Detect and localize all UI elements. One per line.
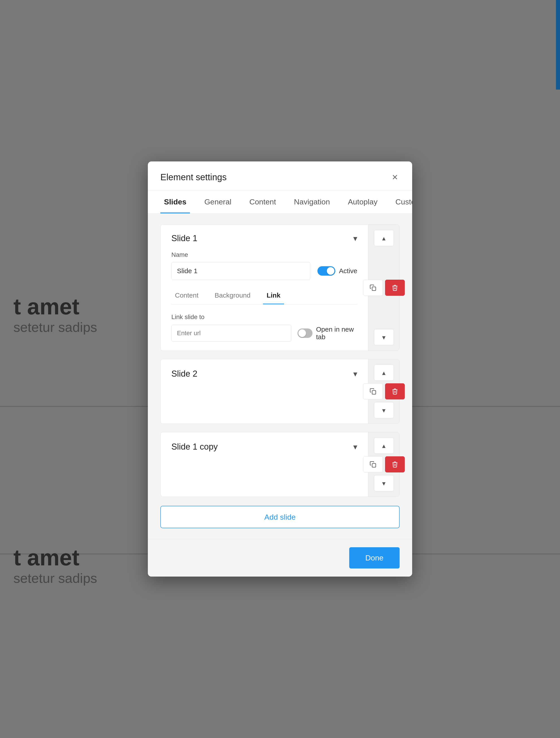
slide-1-active-toggle: Active <box>317 266 357 276</box>
slide-2-main: Slide 2 ▾ <box>161 359 368 424</box>
modal-title: Element settings <box>161 172 227 182</box>
slide-1-copy-side-controls: ▴ <box>368 432 399 497</box>
slide-1-title: Slide 1 <box>171 234 197 243</box>
slide-1-tab-background[interactable]: Background <box>211 288 254 304</box>
slide-2-delete-button[interactable] <box>385 383 405 399</box>
slide-1-header: Slide 1 ▾ <box>171 234 357 243</box>
add-slide-button[interactable]: Add slide <box>161 506 399 528</box>
slide-2-move-up-button[interactable]: ▴ <box>374 365 394 381</box>
slide-2-move-down-button[interactable]: ▾ <box>374 402 394 418</box>
slide-1-collapse-button[interactable]: ▾ <box>353 234 357 243</box>
tab-general[interactable]: General <box>201 190 235 214</box>
svg-rect-0 <box>372 287 376 290</box>
slide-1-link-label: Link slide to <box>171 314 357 321</box>
slide-1-name-row: Active <box>171 262 357 280</box>
slide-1-copy-header: Slide 1 copy ▾ <box>171 442 357 452</box>
slide-1-tab-content[interactable]: Content <box>171 288 202 304</box>
slide-1-copy-duplicate-button[interactable] <box>363 456 383 472</box>
modal-tabs: Slides General Content Navigation Autopl… <box>148 190 412 214</box>
slide-1-toggle[interactable] <box>317 266 335 276</box>
slide-1-name-label: Name <box>171 251 357 258</box>
slide-1-copy-action-buttons <box>363 456 405 472</box>
slide-2-expand-button[interactable]: ▾ <box>353 369 357 379</box>
slide-1-link-section: Link slide to Open in new tab <box>171 312 357 342</box>
slide-1-move-down-button[interactable]: ▾ <box>374 329 394 345</box>
done-button[interactable]: Done <box>349 547 399 569</box>
tab-content[interactable]: Content <box>246 190 280 214</box>
slide-1-active-label: Active <box>339 267 357 275</box>
slide-2-title: Slide 2 <box>171 369 197 379</box>
slide-1-copy-move-down-button[interactable]: ▾ <box>374 475 394 491</box>
close-button[interactable]: × <box>390 171 399 183</box>
slide-1-move-up-button[interactable]: ▴ <box>374 230 394 246</box>
slide-1-duplicate-button[interactable] <box>363 280 383 296</box>
slide-2-card: Slide 2 ▾ ▴ <box>161 359 399 424</box>
slide-1-name-input[interactable] <box>171 262 310 280</box>
slide-1-copy-title: Slide 1 copy <box>171 442 218 452</box>
tab-navigation[interactable]: Navigation <box>290 190 333 214</box>
slide-1-new-tab-toggle[interactable] <box>297 329 312 338</box>
slide-1-copy-expand-button[interactable]: ▾ <box>353 442 357 452</box>
modal-footer: Done <box>148 539 412 577</box>
element-settings-modal: Element settings × Slides General Conten… <box>148 161 412 577</box>
slide-1-new-tab-label: Open in new tab <box>316 326 357 341</box>
slide-1-copy-card: Slide 1 copy ▾ ▴ <box>161 432 399 497</box>
slide-1-side-controls: ▴ <box>368 225 399 351</box>
slide-1-link-row: Open in new tab <box>171 325 357 342</box>
tab-slides[interactable]: Slides <box>161 190 190 214</box>
slide-2-header: Slide 2 ▾ <box>171 369 357 379</box>
svg-rect-1 <box>372 390 376 394</box>
svg-rect-2 <box>372 463 376 467</box>
slide-1-copy-delete-button[interactable] <box>385 456 405 472</box>
slide-1-tab-link[interactable]: Link <box>263 288 284 304</box>
slide-1-url-input[interactable] <box>171 325 291 342</box>
slide-1-delete-button[interactable] <box>385 280 405 296</box>
tab-custom[interactable]: Custom <box>392 190 412 214</box>
slide-2-side-controls: ▴ <box>368 359 399 424</box>
slide-2-duplicate-button[interactable] <box>363 383 383 399</box>
tab-autoplay[interactable]: Autoplay <box>344 190 381 214</box>
modal-body: Slide 1 ▾ Name Active <box>148 214 412 539</box>
slide-1-main: Slide 1 ▾ Name Active <box>161 225 368 351</box>
slide-1-action-buttons <box>363 280 405 296</box>
modal-header: Element settings × <box>148 161 412 190</box>
slide-1-inner-tabs: Content Background Link <box>171 288 357 305</box>
slide-1-card: Slide 1 ▾ Name Active <box>161 224 399 351</box>
slide-1-open-new-tab: Open in new tab <box>297 326 357 341</box>
slide-1-copy-move-up-button[interactable]: ▴ <box>374 437 394 454</box>
slide-2-action-buttons <box>363 383 405 399</box>
slide-1-copy-main: Slide 1 copy ▾ <box>161 432 368 497</box>
